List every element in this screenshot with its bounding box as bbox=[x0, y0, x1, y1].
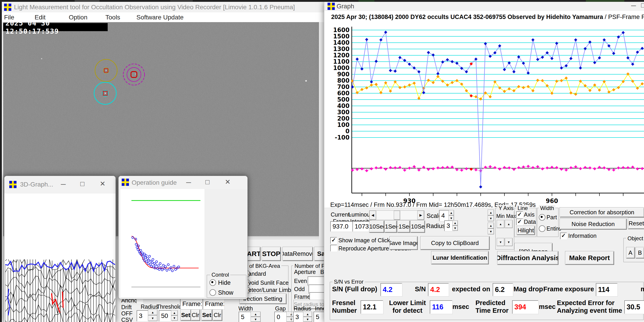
graph-titlebar[interactable]: Graph ─ □ bbox=[324, 2, 644, 11]
reset-button[interactable]: Reset bbox=[628, 218, 644, 229]
line-data-checkbox[interactable] bbox=[516, 219, 523, 225]
chart-header-main: 2025 Apr 30; (138084) 2000 DY62 occults … bbox=[331, 13, 603, 20]
line-axis-checkbox[interactable] bbox=[516, 211, 523, 218]
threed-content bbox=[4, 193, 116, 322]
threshold-spinner[interactable] bbox=[171, 310, 178, 321]
plus1sec-button[interactable]: +1Sec bbox=[397, 220, 410, 233]
save-image-button[interactable]: Save Image bbox=[390, 236, 418, 250]
yaxis-minmax-label: Min Max bbox=[496, 213, 516, 219]
hide-label[interactable]: Hide bbox=[218, 279, 231, 286]
width-input[interactable]: 5 bbox=[239, 312, 252, 322]
maximize-icon[interactable]: □ bbox=[641, 2, 644, 8]
show-image-checkbox[interactable] bbox=[330, 237, 337, 244]
opguide-titlebar[interactable]: Operation guide ─ □ ✕ bbox=[118, 176, 248, 189]
width-part-radio[interactable] bbox=[539, 214, 546, 221]
close-icon[interactable]: ✕ bbox=[225, 179, 230, 185]
show-label[interactable]: Show bbox=[218, 289, 234, 296]
aux-spinner-2[interactable] bbox=[488, 223, 494, 234]
aux-spinner-1[interactable] bbox=[488, 209, 494, 221]
frame2-input[interactable]: Frame2 bbox=[203, 299, 224, 309]
expected-error-label: Expected Error forAnalyzing event time bbox=[557, 299, 622, 314]
diffraction-analysis-button[interactable]: Diffraction Analysis bbox=[497, 251, 558, 265]
off-label: OFF bbox=[121, 310, 132, 317]
object-b-button[interactable]: B bbox=[636, 247, 644, 258]
anchor-radius-input[interactable]: 3 bbox=[137, 310, 149, 322]
data-remove-button[interactable]: DataRemove bbox=[282, 247, 313, 261]
aperture-b-label: B bbox=[320, 269, 324, 275]
stop-button[interactable]: STOP bbox=[262, 247, 281, 261]
width-part-label[interactable]: Part bbox=[546, 214, 557, 221]
plus10sec-button[interactable]: +10Sec bbox=[410, 220, 425, 233]
drift-label: Drift bbox=[121, 304, 132, 311]
graph-radius-spinner[interactable] bbox=[452, 220, 458, 231]
gap-input[interactable]: 0 bbox=[274, 312, 288, 322]
menu-edit[interactable]: Edit bbox=[34, 14, 46, 21]
threshold-input[interactable]: 50 bbox=[159, 310, 172, 322]
minimize-icon[interactable]: ─ bbox=[61, 181, 66, 188]
frame-exposure-unit: msec bbox=[640, 285, 644, 293]
threed-titlebar[interactable]: 3D-Graph... ─ □ ✕ bbox=[4, 176, 116, 193]
light-curve-chart[interactable]: -100010020030040050060070080090010001100… bbox=[324, 24, 644, 203]
frame-label: Frame bbox=[294, 294, 310, 300]
graph-window: Graph ─ □ 2025 Apr 30; (138084) 2000 DY6… bbox=[324, 2, 644, 322]
svg-text:500: 500 bbox=[337, 96, 350, 103]
ymax-down-icon[interactable] bbox=[505, 238, 512, 246]
copy-clipboard-button[interactable]: Copy to ClipBoard bbox=[420, 236, 490, 250]
line-axis-label[interactable]: Axis bbox=[524, 211, 534, 218]
menu-bar: File Edit Option Tools Software Update bbox=[2, 12, 324, 22]
set2-button[interactable]: Set bbox=[201, 309, 212, 321]
minimize-icon[interactable]: ─ bbox=[186, 179, 191, 186]
main-titlebar[interactable]: Light Measurement tool for Occultation O… bbox=[2, 2, 324, 12]
minimize-icon[interactable]: ─ bbox=[631, 2, 636, 9]
hide-radio[interactable] bbox=[210, 279, 216, 286]
anchor-radius-spinner[interactable] bbox=[148, 309, 158, 321]
pix-radius-spinner[interactable] bbox=[303, 312, 312, 322]
information-label[interactable]: Information bbox=[568, 233, 596, 239]
menu-software-update[interactable]: Software Update bbox=[136, 14, 184, 21]
width-entire-label[interactable]: Entire bbox=[546, 225, 561, 232]
scroll-right-icon[interactable]: ▶ bbox=[417, 211, 424, 220]
scale-spinner[interactable] bbox=[448, 210, 454, 221]
frame-scrollbar[interactable]: ◀ ▶ bbox=[369, 210, 424, 220]
show-radio[interactable] bbox=[210, 289, 216, 296]
ymax-up-icon[interactable] bbox=[505, 220, 512, 228]
reproduce-checkbox[interactable] bbox=[330, 245, 337, 252]
information-checkbox[interactable] bbox=[560, 233, 567, 239]
bkg-standard-label[interactable]: andard bbox=[248, 271, 266, 277]
width-entire-radio[interactable] bbox=[539, 225, 546, 232]
clr1-button[interactable]: Clr bbox=[191, 309, 200, 321]
menu-option[interactable]: Option bbox=[69, 14, 88, 21]
svg-text:1300: 1300 bbox=[333, 46, 350, 52]
object-a-button[interactable]: A bbox=[626, 247, 635, 258]
make-report-button[interactable]: Make Report bbox=[565, 251, 614, 265]
hilight-button[interactable]: Hilight bbox=[517, 226, 535, 235]
menu-tools[interactable]: Tools bbox=[106, 14, 120, 21]
noise-reduction-button[interactable]: Noise Reduction bbox=[560, 219, 626, 229]
current-frame-input[interactable]: 937.0 bbox=[330, 221, 353, 232]
scroll-left-icon[interactable]: ◀ bbox=[370, 211, 376, 220]
ymin-up-icon[interactable] bbox=[497, 220, 504, 228]
bkg-meteor-label[interactable]: eteor/Lunar Limb bbox=[248, 287, 291, 293]
predicted-value: 394 bbox=[512, 300, 538, 314]
set1-button[interactable]: Set bbox=[180, 309, 191, 321]
width-spinner[interactable] bbox=[251, 312, 260, 322]
width-label: Width bbox=[238, 305, 253, 312]
clr2-button[interactable]: Clr bbox=[213, 309, 222, 321]
close-icon[interactable]: ✕ bbox=[100, 180, 106, 187]
line-data-label[interactable]: Data bbox=[524, 219, 536, 225]
maximize-icon[interactable]: □ bbox=[206, 179, 210, 185]
scrollbar-thumb[interactable] bbox=[394, 211, 400, 220]
menu-file[interactable]: File bbox=[4, 14, 14, 21]
minus1sec-button[interactable]: -1Sec bbox=[384, 220, 397, 233]
ymin-down-icon[interactable] bbox=[497, 238, 504, 246]
width-group bbox=[537, 208, 559, 237]
correction-button[interactable]: Correction for absorption bbox=[560, 207, 644, 217]
lunar-identification-button[interactable]: Lunar Identification bbox=[431, 251, 488, 264]
frame1-input[interactable]: Frame1 bbox=[180, 299, 202, 309]
bkg-sunlit-label[interactable]: void Sunlit Face bbox=[248, 280, 289, 286]
maximize-icon[interactable]: □ bbox=[80, 180, 84, 187]
expected-value: 6.2 bbox=[493, 283, 513, 296]
frame-exposure-value: 114 bbox=[596, 283, 618, 296]
start-button[interactable]: ART bbox=[247, 247, 260, 261]
minus10sec-button[interactable]: -10Sec bbox=[369, 220, 384, 233]
